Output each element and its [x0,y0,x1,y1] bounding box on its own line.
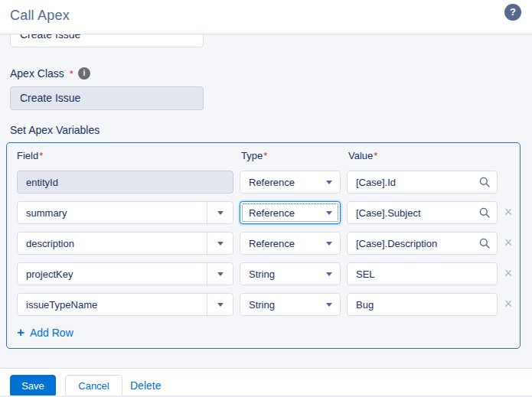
field-select-projectkey[interactable]: projectKey [17,262,233,285]
field-value: summary [26,207,67,219]
field-select-summary[interactable]: summary [17,201,233,224]
field-value: entityId [26,177,58,188]
required-asterisk: * [374,150,377,161]
required-asterisk: * [39,150,43,161]
search-icon[interactable] [479,207,490,218]
type-select-issuetypename[interactable]: String [240,293,341,316]
required-asterisk: * [70,68,73,80]
remove-row-icon[interactable]: × [501,201,515,224]
apex-class-label: Apex Class [10,67,64,80]
panel-header: Call Apex ? [0,0,532,34]
search-icon[interactable] [479,177,490,187]
page-title: Call Apex [10,8,70,24]
value-input-issuetypename[interactable]: Bug [347,293,498,316]
column-header-type: Type* [241,150,267,161]
chevron-down-icon [217,272,224,276]
dropdown-arrow-section[interactable] [207,294,233,315]
field-value: projectKey [26,268,73,280]
chevron-down-icon [217,211,224,215]
value-input-projectkey[interactable]: SEL [347,262,498,285]
footer-bar: Save Cancel Delete [0,368,532,397]
chevron-down-icon [326,272,332,276]
field-input-entityid: entityId [17,171,233,194]
field-value: description [26,238,74,249]
save-button[interactable]: Save [10,375,56,397]
chevron-down-icon [326,303,332,307]
info-icon[interactable]: i [78,67,90,80]
value-lookup-summary[interactable]: [Case].Subject [347,201,498,224]
dropdown-arrow-section[interactable] [207,263,233,285]
type-select-summary[interactable]: Reference [240,201,341,224]
call-apex-panel: Create Issue Call Apex ? Apex Class * i … [0,0,532,397]
dropdown-arrow-section[interactable] [207,233,233,254]
search-icon[interactable] [479,238,490,249]
chevron-down-icon [326,181,332,184]
add-row-button[interactable]: + Add Row [17,327,73,339]
type-select-entityid[interactable]: Reference [240,171,341,194]
chevron-down-icon [217,242,224,246]
remove-row-icon[interactable]: × [501,293,515,316]
value-text: SEL [356,268,375,280]
chevron-down-icon [326,211,332,215]
type-value: String [249,299,275,311]
value-text: [Case].Id [356,177,396,188]
required-asterisk: * [263,150,267,161]
type-value: Reference [249,207,295,219]
add-row-label: Add Row [30,327,73,339]
set-apex-variables-label: Set Apex Variables [10,124,100,136]
remove-row-icon[interactable]: × [501,262,515,285]
apex-class-label-row: Apex Class * i [10,67,90,80]
help-icon[interactable]: ? [504,4,521,21]
dropdown-arrow-section[interactable] [207,202,233,223]
delete-link[interactable]: Delete [130,375,161,397]
apex-class-input: Create Issue [10,86,204,110]
value-lookup-description[interactable]: [Case].Description [347,232,498,255]
cancel-button[interactable]: Cancel [65,375,122,397]
value-text: Bug [356,299,374,311]
type-value: String [249,268,275,280]
value-text: [Case].Subject [356,207,421,219]
value-text: [Case].Description [356,238,437,249]
plus-icon: + [17,327,24,338]
chevron-down-icon [326,242,332,246]
remove-row-icon[interactable]: × [501,232,515,255]
type-select-description[interactable]: Reference [240,232,341,255]
type-select-projectkey[interactable]: String [240,262,341,285]
column-header-value: Value* [348,150,377,161]
field-select-description[interactable]: description [17,232,233,255]
chevron-down-icon [217,303,224,307]
column-header-field: Field* [17,150,43,161]
field-select-issuetypename[interactable]: issueTypeName [17,293,233,316]
type-value: Reference [249,177,295,188]
field-value: issueTypeName [26,299,97,311]
value-lookup-entityid[interactable]: [Case].Id [347,171,498,194]
type-value: Reference [249,238,295,249]
